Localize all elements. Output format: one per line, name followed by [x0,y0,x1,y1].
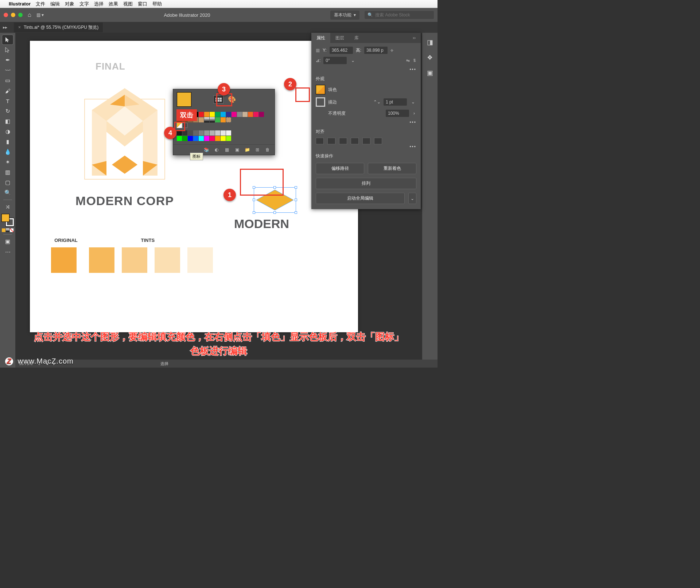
menu-view[interactable]: 视图 [123,1,133,7]
arrange-docs-icon[interactable]: ▥ ▾ [36,12,44,17]
selection-tool[interactable] [2,35,13,44]
fill-swatch-button[interactable] [316,85,325,94]
screen-mode-tool[interactable]: ▣ [2,237,13,246]
stroke-stepper-icon[interactable]: ⌃⌄ [373,99,381,105]
swatch-tint-3[interactable] [155,247,180,273]
tab-properties[interactable]: 属性 [311,33,330,43]
swatch[interactable] [221,112,226,117]
stroke-weight-value[interactable]: 1 pt [384,98,407,106]
swatch[interactable] [199,112,204,117]
pen-tool[interactable]: ✒ [2,55,13,65]
swatch-tint-2[interactable] [122,247,147,273]
y-value[interactable]: 365.462 [330,47,353,54]
swatch[interactable] [199,117,204,122]
current-fill-preview[interactable] [177,92,191,107]
swatch[interactable] [210,112,215,117]
swatch[interactable] [215,117,220,122]
swatch[interactable] [242,112,248,117]
edit-toolbar-icon[interactable]: ⋯ [2,247,13,256]
type-tool[interactable]: T [2,96,13,106]
swatch[interactable] [248,112,253,117]
swatch-gray[interactable] [188,130,193,136]
swatch-pattern[interactable] [226,117,231,122]
align-right-icon[interactable] [339,138,347,144]
swatch-bright[interactable] [193,136,198,141]
arrange-button[interactable]: 排列 [316,178,416,189]
close-tab-icon[interactable]: × [18,25,21,30]
fill-box[interactable] [1,214,9,222]
global-edit-button[interactable]: 启动全局编辑 [316,193,405,204]
swatch-gray[interactable] [221,130,226,136]
swatch-gray[interactable] [226,130,231,136]
new-swatch-folder-icon[interactable]: 📁 [244,147,250,153]
stock-search[interactable]: 🔍 [365,11,434,19]
gradient-tool[interactable]: ▮ [2,137,13,146]
chevron-down-icon[interactable]: ⌄ [350,58,356,63]
height-value[interactable]: 38.898 p [364,47,388,54]
align-top-icon[interactable] [351,138,359,144]
zoom-tool[interactable]: 🔍 [2,188,13,197]
swatch-bright[interactable] [177,136,182,141]
swatch-gray[interactable] [210,130,215,136]
swatch[interactable] [232,112,237,117]
properties-dock-icon[interactable]: ◨ [425,38,434,47]
swatch-gradient[interactable] [204,117,209,122]
link-wh-icon[interactable]: ⟡ [390,48,393,53]
opacity-label[interactable]: 不透明度 [328,110,346,117]
swatch-bright[interactable] [188,136,193,141]
swatch-gray[interactable] [199,130,204,136]
paintbrush-tool[interactable]: 🖌 [2,86,13,95]
layers-dock-icon[interactable]: ❖ [425,53,434,62]
swatch-bright[interactable] [204,136,209,141]
menu-window[interactable]: 窗口 [138,1,147,7]
swatch-gray[interactable] [193,130,198,136]
stock-search-input[interactable] [375,12,431,17]
stroke-swatch-button[interactable] [316,97,325,107]
home-icon[interactable]: ⌂ [28,12,31,18]
new-color-group-icon[interactable]: ▣ [234,147,240,153]
menu-type[interactable]: 文字 [79,1,89,7]
panel-toggle-icon[interactable]: ▸▸ [3,25,7,30]
swatch-bright[interactable] [210,136,215,141]
align-left-icon[interactable] [316,138,324,144]
fullscreen-window-button[interactable] [18,13,23,17]
graph-tool[interactable]: ▥ [2,168,13,177]
curvature-tool[interactable]: 〰 [2,66,13,75]
swatch-original[interactable] [51,247,77,273]
swap-fill-stroke-icon[interactable]: ⤭ [2,202,13,212]
swatch-gray[interactable] [182,130,187,136]
new-swatch-icon[interactable]: ⊞ [254,147,261,153]
swatch[interactable] [221,117,226,122]
swatch[interactable] [204,112,209,117]
swatch-tint-4[interactable] [187,247,213,273]
menu-file[interactable]: 文件 [36,1,45,7]
panel-collapse-icon[interactable]: ›› [408,33,421,43]
tab-layers[interactable]: 图层 [330,33,349,43]
swatch[interactable] [226,112,231,117]
swatch-gray[interactable] [215,130,220,136]
swatch-kind-icon[interactable]: ◐ [213,147,220,153]
swatch[interactable] [237,112,242,117]
appearance-more-icon[interactable]: ••• [316,120,416,125]
chevron-down-icon[interactable]: ⌄ [410,99,416,105]
offset-path-button[interactable]: 偏移路径 [316,163,364,174]
swatch-gray[interactable] [204,130,209,136]
direct-selection-tool[interactable] [2,45,13,55]
swatch-gradient[interactable] [210,117,215,122]
libraries-dock-icon[interactable]: ▣ [425,68,434,77]
align-bottom-icon[interactable] [374,138,382,144]
symbol-sprayer-tool[interactable]: ✶ [2,157,13,167]
swatch[interactable] [259,112,264,117]
artboard[interactable]: FINAL [30,41,358,332]
angle-value[interactable]: 0° [323,57,347,64]
align-more-icon[interactable]: ••• [316,144,416,149]
close-window-button[interactable] [4,13,8,17]
fill-stroke-indicator[interactable] [1,214,14,226]
swatch-options-icon[interactable]: ▦ [223,147,230,153]
logo-left[interactable]: MODERN CORP [63,85,187,208]
align-vcenter-icon[interactable] [362,138,370,144]
swatch-tint-1[interactable] [89,247,114,273]
align-hcenter-icon[interactable] [327,138,335,144]
swatch-bright[interactable] [182,136,187,141]
swatch-bright[interactable] [221,136,226,141]
